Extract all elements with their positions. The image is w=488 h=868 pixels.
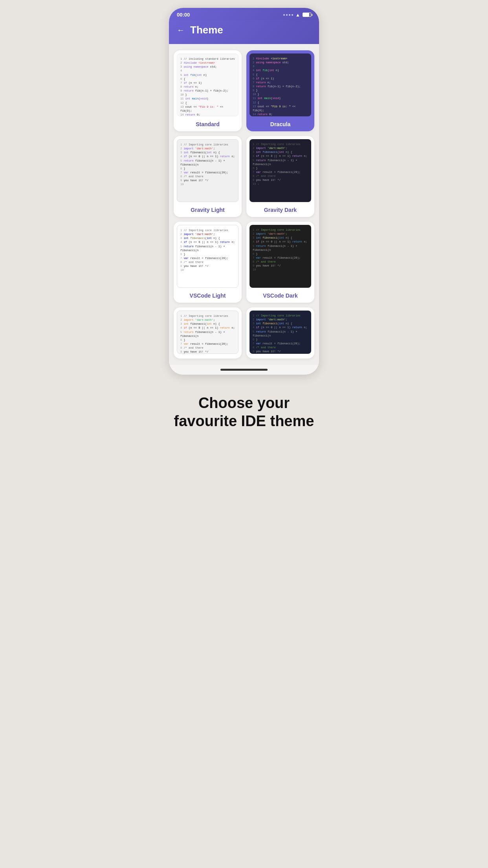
content-area: 1 // including standard libraries 2 #inc… xyxy=(169,44,319,365)
phone-frame: 00:00 ▲ ← Theme xyxy=(169,8,319,375)
code-preview-dracula: 1 #include <iostream> 2 using namespace … xyxy=(250,53,311,116)
time-display: 00:00 xyxy=(177,12,190,18)
signal-dots xyxy=(283,14,293,16)
code-preview-gravity-light: 1 // Importing core libraries 2 import '… xyxy=(177,139,238,202)
code-preview-extra-light: 1 // Importing core libraries 2 import '… xyxy=(177,311,238,354)
page-wrapper: 00:00 ▲ ← Theme xyxy=(163,0,325,450)
theme-label-gravity-dark: Gravity Dark xyxy=(246,204,314,217)
themes-grid: 1 // including standard libraries 2 #inc… xyxy=(174,50,314,359)
theme-label-gravity-light: Gravity Light xyxy=(174,204,242,217)
code-preview-standard: 1 // including standard libraries 2 #inc… xyxy=(177,53,238,116)
battery-icon xyxy=(303,13,311,17)
theme-card-dracula[interactable]: 1 #include <iostream> 2 using namespace … xyxy=(246,50,314,131)
home-indicator xyxy=(220,369,268,371)
code-preview-extra-dark: 1 // Importing core libraries 2 import '… xyxy=(250,311,311,354)
theme-card-gravity-light[interactable]: 1 // Importing core libraries 2 import '… xyxy=(174,136,242,217)
code-preview-gravity-dark: 1 // Importing core libraries 2 import '… xyxy=(250,139,311,202)
status-icons: ▲ xyxy=(283,12,311,18)
theme-card-vscode-light[interactable]: 1 // Importing core libraries 2 import '… xyxy=(174,222,242,303)
theme-card-vscode-dark[interactable]: 1 // Importing core libraries 2 import '… xyxy=(246,222,314,303)
wifi-icon: ▲ xyxy=(295,12,300,18)
bottom-bar xyxy=(169,365,319,375)
theme-label-standard: Standard xyxy=(174,119,242,131)
theme-card-standard[interactable]: 1 // including standard libraries 2 #inc… xyxy=(174,50,242,131)
theme-label-vscode-light: VSCode Light xyxy=(174,290,242,303)
code-preview-vscode-light: 1 // Importing core libraries 2 import '… xyxy=(177,225,238,288)
back-button[interactable]: ← xyxy=(177,26,185,35)
theme-label-dracula: Dracula xyxy=(246,119,314,131)
promo-text: Choose your favourite IDE theme xyxy=(163,383,325,434)
theme-card-gravity-dark[interactable]: 1 // Importing core libraries 2 import '… xyxy=(246,136,314,217)
theme-card-extra-dark[interactable]: 1 // Importing core libraries 2 import '… xyxy=(246,307,314,359)
page-title: Theme xyxy=(190,24,223,36)
theme-card-extra-light[interactable]: 1 // Importing core libraries 2 import '… xyxy=(174,307,242,359)
theme-label-vscode-dark: VSCode Dark xyxy=(246,290,314,303)
code-preview-vscode-dark: 1 // Importing core libraries 2 import '… xyxy=(250,225,311,288)
header: ← Theme xyxy=(169,20,319,44)
status-bar: 00:00 ▲ xyxy=(169,8,319,20)
